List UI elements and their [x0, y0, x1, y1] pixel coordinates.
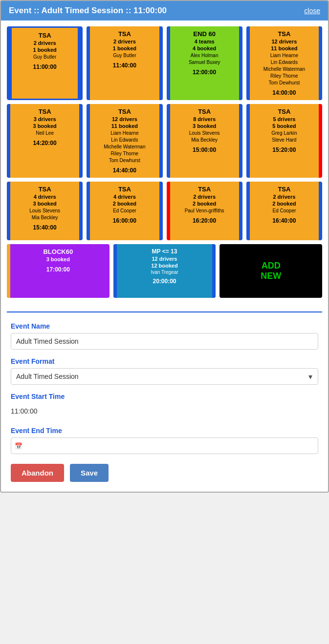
card-content: TSA 2 drivers 2 booked Paul Venn-griffit… — [170, 186, 240, 224]
left-bar — [246, 104, 250, 178]
card-content: TSA 4 drivers 3 booked Louis StevensMia … — [10, 186, 80, 231]
card-booked: 3 booked — [193, 123, 216, 129]
card-booked: 11 booked — [111, 123, 138, 129]
session-card[interactable]: TSA 12 drivers 11 booked Liam HearneLin … — [246, 26, 322, 100]
card-time: 12:00:00 — [193, 69, 216, 76]
left-bar — [87, 26, 90, 100]
event-format-select[interactable]: Adult Timed Session END 60 BLOCK60 MP — [11, 368, 318, 385]
card-content: TSA 2 drivers 1 booked Guy Butler 11:00:… — [11, 32, 78, 70]
card-time: 16:20:00 — [193, 217, 216, 224]
mp-card[interactable]: MP <= 13 12 drivers 12 booked Ivan Trege… — [113, 244, 216, 298]
card-content: TSA 2 drivers 1 booked Guy Butler 11:40:… — [89, 30, 159, 69]
left-bar — [246, 26, 250, 100]
card-drivers: 4 teams — [195, 39, 215, 44]
left-bar — [113, 244, 117, 298]
card-drivers: 2 drivers — [193, 194, 216, 200]
card-time: 14:40:00 — [113, 167, 136, 174]
block60-card[interactable]: BLOCK60 3 booked 17:00:00 — [7, 244, 110, 298]
mp-name: Ivan Tregear — [151, 270, 178, 275]
mp-drivers: 12 drivers — [152, 256, 177, 262]
session-card[interactable]: TSA 2 drivers 1 booked Guy Butler 11:00:… — [7, 26, 83, 100]
right-bar — [159, 182, 163, 240]
close-button[interactable]: close — [304, 7, 320, 15]
card-time: 15:00:00 — [193, 146, 216, 153]
add-new-card[interactable]: ADD NEW — [219, 244, 322, 298]
session-card[interactable]: TSA 2 drivers 2 booked Ed Cooper 16:40:0… — [246, 182, 322, 240]
mp-booked: 12 booked — [151, 263, 177, 269]
card-type: TSA — [118, 30, 131, 38]
save-button[interactable]: Save — [70, 464, 109, 482]
card-booked: 2 booked — [193, 201, 216, 207]
right-bar — [79, 182, 83, 240]
card-time: 11:00:00 — [33, 63, 57, 70]
right-bar — [319, 182, 322, 240]
right-bar — [159, 26, 163, 100]
card-names: Guy Butler — [33, 54, 56, 61]
session-card[interactable]: TSA 12 drivers 11 booked Liam HearneLin … — [87, 104, 162, 178]
modal-header: Event :: Adult Timed Session :: 11:00:00… — [1, 1, 328, 21]
event-format-label: Event Format — [11, 357, 318, 365]
event-name-label: Event Name — [11, 322, 318, 330]
card-type: END 60 — [193, 30, 216, 38]
mp-content: MP <= 13 12 drivers 12 booked Ivan Trege… — [116, 248, 213, 285]
session-card[interactable]: TSA 2 drivers 1 booked Guy Butler 11:40:… — [87, 26, 162, 100]
card-booked: 1 booked — [33, 47, 56, 53]
session-card[interactable]: TSA 4 drivers 2 booked Ed Cooper 16:00:0… — [87, 182, 162, 240]
block60-content: BLOCK60 3 booked 17:00:00 — [10, 248, 107, 273]
card-names: Alex HolmanSamuel Buxey — [189, 52, 220, 66]
session-card[interactable]: TSA 4 drivers 3 booked Louis StevensMia … — [7, 182, 83, 240]
left-bar — [167, 104, 170, 178]
card-type: TSA — [39, 32, 51, 39]
card-type: TSA — [39, 108, 51, 115]
card-content: TSA 12 drivers 11 booked Liam HearneLin … — [249, 30, 319, 96]
card-content: TSA 12 drivers 11 booked Liam HearneLin … — [89, 108, 159, 174]
sessions-grid-area: TSA 2 drivers 1 booked Guy Butler 11:00:… — [1, 21, 328, 308]
session-card[interactable]: END 60 4 teams 4 booked Alex HolmanSamue… — [167, 26, 242, 100]
session-card[interactable]: TSA 2 drivers 2 booked Paul Venn-griffit… — [167, 182, 242, 240]
mp-time: 20:00:00 — [153, 278, 176, 285]
card-content: END 60 4 teams 4 booked Alex HolmanSamue… — [170, 30, 240, 76]
card-names: Louis StevensMia Beckley — [29, 208, 60, 221]
session-card[interactable]: TSA 5 drivers 5 booked Greg LarkinSteve … — [246, 104, 322, 178]
right-bar — [319, 104, 322, 178]
right-bar — [239, 182, 242, 240]
left-bar — [246, 182, 250, 240]
card-type: TSA — [39, 186, 51, 193]
card-type: TSA — [118, 108, 131, 115]
block60-time: 17:00:00 — [46, 266, 70, 273]
card-time: 15:20:00 — [272, 146, 296, 153]
card-names: Paul Venn-griffiths — [185, 208, 224, 214]
block60-type: BLOCK60 — [43, 248, 73, 255]
card-time: 14:00:00 — [272, 89, 296, 96]
card-booked: 3 booked — [33, 123, 56, 129]
block60-booked: 3 booked — [46, 256, 70, 262]
right-bar — [212, 244, 216, 298]
card-booked: 2 booked — [272, 201, 296, 207]
add-new-label-line1: ADD — [262, 261, 281, 271]
form-group-event-format: Event Format Adult Timed Session END 60 … — [11, 357, 318, 385]
card-drivers: 12 drivers — [271, 39, 297, 44]
card-drivers: 4 drivers — [34, 194, 56, 200]
card-names: Louis StevensMia Beckley — [189, 130, 220, 144]
card-booked: 11 booked — [271, 45, 297, 51]
card-names: Greg LarkinSteve Hard — [271, 130, 297, 144]
event-end-input[interactable] — [11, 437, 318, 454]
card-time: 14:20:00 — [33, 140, 57, 146]
card-booked: 4 booked — [193, 45, 216, 51]
abandon-button[interactable]: Abandon — [11, 464, 64, 482]
right-bar — [319, 26, 322, 100]
card-names: Ed Cooper — [113, 208, 136, 214]
card-drivers: 2 drivers — [273, 194, 295, 200]
session-card[interactable]: TSA 3 drivers 3 booked Neil Lee 14:20:00 — [7, 104, 83, 178]
session-card[interactable]: TSA 8 drivers 3 booked Louis StevensMia … — [167, 104, 242, 178]
form-group-end-time: Event End Time 📅 — [11, 427, 318, 454]
event-start-value: 11:00:00 — [11, 403, 318, 419]
left-bar — [87, 104, 90, 178]
card-drivers: 2 drivers — [34, 40, 56, 46]
form-group-event-name: Event Name — [11, 322, 318, 350]
modal-container: Event :: Adult Timed Session :: 11:00:00… — [0, 0, 329, 493]
form-group-start-time: Event Start Time 11:00:00 — [11, 393, 318, 419]
form-area: Event Name Event Format Adult Timed Sess… — [1, 316, 328, 492]
card-drivers: 2 drivers — [113, 39, 136, 44]
event-name-input[interactable] — [11, 333, 318, 350]
